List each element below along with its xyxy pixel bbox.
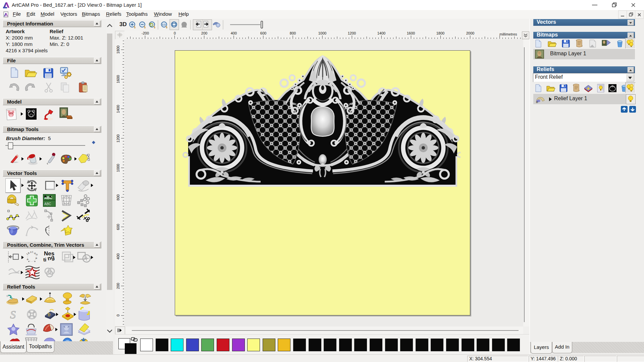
svg-text:a: a (35, 257, 38, 259)
svg-text:1800: 1800 (116, 46, 120, 54)
svg-text:0: 0 (116, 314, 120, 316)
svg-text:1800: 1800 (436, 31, 444, 35)
svg-text:o n: o n (34, 252, 38, 256)
svg-text:ABC: ABC (44, 202, 51, 206)
svg-text:1400: 1400 (377, 31, 385, 35)
svg-text:200: 200 (116, 283, 120, 289)
svg-text:+: + (536, 100, 538, 104)
svg-text:600: 600 (116, 224, 120, 230)
svg-text:1600: 1600 (116, 75, 120, 83)
svg-text:1200: 1200 (116, 134, 120, 142)
svg-text:400: 400 (231, 31, 237, 35)
svg-text:x t: x t (30, 250, 33, 253)
svg-text:600: 600 (260, 31, 266, 35)
svg-text:ng: ng (47, 254, 55, 262)
svg-text:1000: 1000 (116, 164, 120, 172)
svg-text:1400: 1400 (116, 105, 120, 113)
svg-text:0: 0 (174, 31, 176, 35)
svg-text:2000: 2000 (466, 31, 474, 35)
svg-text:800: 800 (116, 194, 120, 200)
svg-text:1600: 1600 (407, 31, 415, 35)
svg-text:t e: t e (26, 251, 30, 255)
svg-text:ti: ti (43, 257, 46, 262)
svg-text:1200: 1200 (348, 31, 356, 35)
svg-text:200: 200 (201, 31, 207, 35)
svg-text:S: S (10, 308, 16, 321)
svg-text:1:1: 1:1 (162, 23, 166, 26)
svg-text:-200: -200 (142, 31, 149, 35)
svg-text:800: 800 (290, 31, 296, 35)
svg-text:400: 400 (116, 253, 120, 259)
svg-text:1000: 1000 (318, 31, 326, 35)
svg-text:e: e (26, 258, 30, 261)
